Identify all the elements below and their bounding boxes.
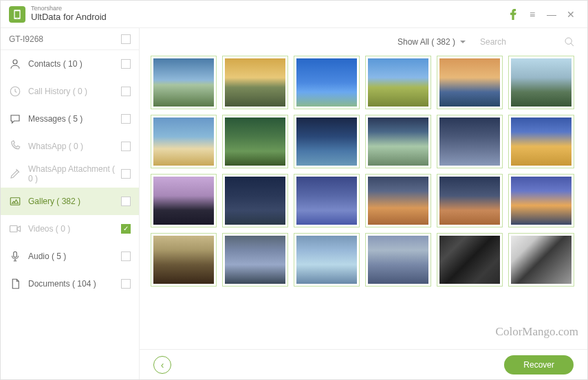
sidebar-item-label: Messages ( 5 ) (28, 114, 121, 124)
sidebar-checkbox[interactable] (121, 252, 131, 261)
gallery-thumb[interactable] (365, 115, 431, 168)
sidebar-item-3[interactable]: WhatsApp ( 0 ) (1, 133, 139, 160)
thumb-image (153, 58, 214, 107)
sidebar-item-label: Videos ( 0 ) (28, 224, 121, 234)
filter-label: Show All ( 382 ) (398, 37, 455, 47)
sidebar-icon (9, 113, 21, 125)
sidebar-item-label: Call History ( 0 ) (28, 87, 121, 96)
gallery-thumb[interactable] (151, 56, 217, 109)
thumb-image (511, 118, 571, 166)
app-logo (9, 6, 25, 23)
sidebar-icon (9, 223, 21, 235)
sidebar-item-4[interactable]: WhatsApp Attachment ( 0 ) (1, 160, 139, 188)
gallery-thumb[interactable] (365, 56, 431, 109)
sidebar-item-0[interactable]: Contacts ( 10 ) (1, 50, 139, 78)
share-icon[interactable] (505, 6, 521, 23)
back-button[interactable]: ‹ (153, 356, 171, 374)
sidebar-checkbox[interactable] (121, 87, 131, 96)
gallery-thumb[interactable] (294, 115, 360, 168)
gallery-thumb[interactable] (508, 233, 574, 287)
close-button[interactable]: ✕ (563, 6, 579, 23)
sidebar-item-label: Contacts ( 10 ) (28, 59, 121, 69)
thumb-image (296, 236, 357, 284)
sidebar-item-label: WhatsApp Attachment ( 0 ) (28, 164, 121, 183)
gallery-thumb[interactable] (437, 56, 503, 109)
thumb-image (511, 58, 571, 107)
sidebar-item-label: Gallery ( 382 ) (28, 197, 121, 206)
gallery-thumb[interactable] (294, 233, 360, 287)
gallery-thumb[interactable] (151, 174, 217, 227)
svg-rect-4 (14, 252, 17, 257)
gallery-thumb[interactable] (508, 115, 574, 168)
sidebar-checkbox[interactable] (121, 224, 131, 234)
sidebar: GT-I9268 Contacts ( 10 )Call History ( 0… (1, 28, 140, 379)
svg-point-0 (13, 60, 17, 64)
sidebar-item-8[interactable]: Documents ( 104 ) (1, 270, 139, 298)
sidebar-item-2[interactable]: Messages ( 5 ) (1, 105, 139, 133)
sidebar-checkbox[interactable] (121, 114, 131, 124)
sidebar-item-label: Audio ( 5 ) (28, 252, 121, 261)
minimize-button[interactable]: — (543, 6, 560, 23)
device-checkbox[interactable] (121, 34, 131, 44)
thumb-image (439, 58, 500, 107)
gallery-thumb[interactable] (365, 233, 431, 287)
svg-line-6 (571, 43, 574, 46)
menu-icon[interactable]: ≡ (524, 6, 541, 23)
gallery-thumb[interactable] (508, 174, 574, 227)
sidebar-item-label: Documents ( 104 ) (28, 279, 121, 289)
sidebar-icon (9, 250, 21, 262)
sidebar-checkbox[interactable] (121, 169, 131, 179)
chevron-down-icon (459, 38, 466, 45)
gallery-thumb[interactable] (294, 56, 360, 109)
thumb-image (296, 118, 357, 166)
gallery-thumb[interactable] (151, 233, 217, 287)
thumb-image (296, 177, 357, 225)
recover-button[interactable]: Recover (504, 355, 574, 375)
device-row[interactable]: GT-I9268 (1, 28, 139, 50)
sidebar-icon (9, 58, 21, 70)
thumb-image (225, 58, 285, 107)
search-icon (564, 36, 575, 47)
gallery-thumb[interactable] (437, 174, 503, 227)
sidebar-item-5[interactable]: Gallery ( 382 ) (1, 188, 139, 215)
brand-title: Tenorshare UltData for Android (31, 5, 107, 22)
thumb-image (368, 58, 428, 107)
sidebar-checkbox[interactable] (121, 59, 131, 69)
svg-rect-3 (10, 226, 18, 232)
search-input[interactable] (480, 34, 576, 50)
sidebar-icon (9, 195, 21, 208)
thumb-image (296, 58, 357, 107)
thumb-image (368, 236, 428, 284)
thumb-image (439, 118, 500, 166)
thumb-image (439, 177, 500, 225)
gallery-thumb[interactable] (365, 174, 431, 227)
sidebar-icon (9, 168, 21, 180)
thumb-image (511, 236, 571, 284)
gallery-thumb[interactable] (508, 56, 574, 109)
thumb-image (368, 118, 428, 166)
gallery-thumb[interactable] (222, 174, 288, 227)
thumb-image (439, 236, 500, 284)
gallery-thumb[interactable] (222, 115, 288, 168)
sidebar-item-6[interactable]: Videos ( 0 ) (1, 215, 139, 243)
svg-point-5 (565, 38, 571, 44)
sidebar-checkbox[interactable] (121, 197, 131, 206)
sidebar-item-1[interactable]: Call History ( 0 ) (1, 78, 139, 105)
sidebar-checkbox[interactable] (121, 279, 131, 289)
sidebar-icon (9, 278, 21, 290)
gallery-thumb[interactable] (437, 233, 503, 287)
sidebar-item-7[interactable]: Audio ( 5 ) (1, 243, 139, 270)
filter-dropdown[interactable]: Show All ( 382 ) (398, 37, 466, 47)
thumb-image (225, 177, 285, 225)
gallery-thumb[interactable] (437, 115, 503, 168)
gallery-thumb[interactable] (222, 233, 288, 287)
thumb-image (225, 236, 285, 284)
gallery-thumb[interactable] (294, 174, 360, 227)
device-name: GT-I9268 (9, 34, 43, 44)
gallery-thumb[interactable] (151, 115, 217, 168)
gallery-thumb[interactable] (222, 56, 288, 109)
sidebar-icon (9, 85, 21, 98)
thumb-image (511, 177, 571, 225)
sidebar-checkbox[interactable] (121, 142, 131, 151)
gallery-grid (140, 56, 587, 349)
